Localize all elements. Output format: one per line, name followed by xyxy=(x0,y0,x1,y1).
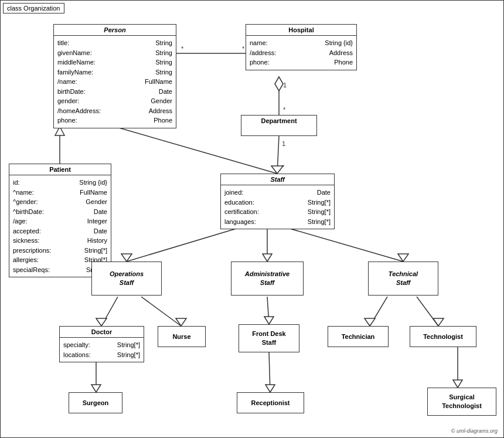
svg-marker-31 xyxy=(91,385,101,392)
class-surgical-technologist-name: SurgicalTechnologist xyxy=(438,391,485,413)
class-front-desk-name: Front DeskStaff xyxy=(248,328,289,349)
class-admin-staff-name: AdministrativeStaff xyxy=(241,268,293,290)
class-doctor: Doctor specialty:String[*] locations:Str… xyxy=(59,326,144,362)
class-admin-staff: AdministrativeStaff xyxy=(231,262,304,296)
svg-marker-35 xyxy=(453,380,462,388)
class-person-attrs: title:String givenName:String middleName… xyxy=(54,36,176,128)
svg-text:*: * xyxy=(283,106,286,113)
svg-marker-17 xyxy=(263,254,272,262)
class-doctor-name: Doctor xyxy=(60,327,144,338)
svg-line-24 xyxy=(267,297,269,324)
svg-marker-13 xyxy=(271,166,283,174)
class-person-name: Person xyxy=(54,25,176,36)
diagram-container: class Organization * * 1 * 1 * xyxy=(0,0,504,438)
class-patient-name: Patient xyxy=(9,164,111,175)
svg-line-32 xyxy=(269,352,270,392)
class-hospital-name: Hospital xyxy=(246,25,356,36)
class-patient: Patient id:String {id} ^name:FullName ^g… xyxy=(9,164,111,277)
svg-line-7 xyxy=(277,136,279,174)
diagram-title: class Organization xyxy=(3,3,64,13)
class-technical-staff: TechnicalStaff xyxy=(368,262,438,296)
class-staff-attrs: joined:Date education:String[*] certific… xyxy=(221,185,334,229)
svg-marker-33 xyxy=(265,385,275,392)
class-nurse: Nurse xyxy=(158,326,206,347)
class-person: Person title:String givenName:String mid… xyxy=(53,24,176,128)
class-hospital: Hospital name:String {id} /address:Addre… xyxy=(246,24,357,70)
class-technologist-name: Technologist xyxy=(420,331,466,342)
svg-marker-29 xyxy=(433,318,444,326)
svg-marker-21 xyxy=(96,318,107,326)
svg-line-18 xyxy=(282,226,403,262)
svg-marker-25 xyxy=(264,317,274,324)
svg-marker-27 xyxy=(365,318,375,326)
class-surgeon: Surgeon xyxy=(69,392,122,413)
svg-line-20 xyxy=(101,297,118,326)
class-nurse-name: Nurse xyxy=(169,331,194,342)
copyright-text: © uml-diagrams.org xyxy=(451,428,498,434)
class-technologist: Technologist xyxy=(410,326,476,347)
class-department: Department xyxy=(241,115,317,136)
svg-text:*: * xyxy=(242,45,245,52)
svg-marker-23 xyxy=(176,318,186,326)
class-technician-name: Technician xyxy=(338,331,379,342)
svg-text:*: * xyxy=(282,164,285,171)
class-receptionist-name: Receptionist xyxy=(247,398,293,408)
svg-line-26 xyxy=(370,297,387,326)
class-technician: Technician xyxy=(328,326,389,347)
svg-line-14 xyxy=(127,226,244,262)
class-doctor-attrs: specialty:String[*] locations:String[*] xyxy=(60,338,144,362)
svg-line-22 xyxy=(141,297,181,326)
class-staff: Staff joined:Date education:String[*] ce… xyxy=(220,174,335,229)
class-staff-name: Staff xyxy=(221,174,334,185)
svg-marker-15 xyxy=(121,254,132,262)
svg-marker-4 xyxy=(275,77,283,91)
class-operations-staff: OperationsStaff xyxy=(91,262,162,296)
class-hospital-attrs: name:String {id} /address:Address phone:… xyxy=(246,36,356,70)
class-surgical-technologist: SurgicalTechnologist xyxy=(427,388,496,416)
class-surgeon-name: Surgeon xyxy=(79,398,113,408)
class-operations-staff-name: OperationsStaff xyxy=(106,268,147,290)
svg-line-28 xyxy=(417,297,438,326)
svg-marker-19 xyxy=(398,254,408,262)
svg-text:*: * xyxy=(181,45,184,52)
svg-text:1: 1 xyxy=(283,82,287,89)
svg-text:1: 1 xyxy=(282,140,285,147)
class-front-desk: Front DeskStaff xyxy=(239,324,299,352)
class-receptionist: Receptionist xyxy=(237,392,304,413)
class-technical-staff-name: TechnicalStaff xyxy=(385,268,421,290)
class-department-name: Department xyxy=(241,116,316,126)
